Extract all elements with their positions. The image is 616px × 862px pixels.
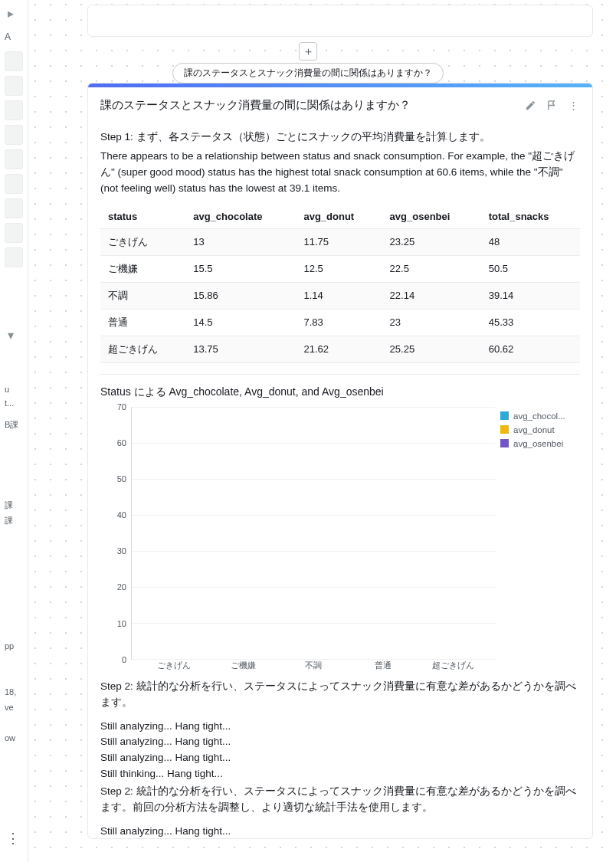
table-cell: 21.62 [296,336,382,362]
panel-item[interactable] [5,125,23,145]
panel-item[interactable] [5,149,23,169]
table-cell: 1.14 [296,282,382,309]
x-tick-label: ご機嫌 [219,660,268,671]
panel-fragment: 課 [0,513,35,528]
chart-container: Status による Avg_chocolate, Avg_donut, and… [100,374,580,671]
table-header: status [100,205,185,229]
table-cell: 15.86 [185,282,296,309]
flag-icon[interactable] [545,99,559,113]
table-row: ご機嫌15.512.522.550.5 [100,255,580,282]
panel-fragment: pp [0,640,35,652]
table-cell: 不調 [100,282,185,309]
chart-legend: avg_chocol...avg_donutavg_osenbei [500,411,580,453]
legend-item: avg_osenbei [500,439,580,448]
panel-item[interactable] [5,223,23,243]
progress-line: Still analyzing... Hang tight... [100,719,580,735]
table-cell: 7.83 [296,309,382,336]
x-tick-label: 普通 [359,660,408,671]
progress-line: Still thinking... Hang tight... [100,766,580,782]
collapse-right-icon[interactable]: ▸ [0,0,28,27]
kebab-menu-icon[interactable]: ⋮ [566,99,580,113]
table-cell: ごきげん [100,228,185,255]
table-cell: 39.14 [481,282,580,309]
panel-fragment: ow [0,732,35,744]
legend-item: avg_donut [500,425,580,434]
panel-fragment: u [0,383,35,395]
table-cell: 23.25 [382,228,481,255]
table-cell: 22.14 [382,282,481,309]
analysis-card: 課のステータスとスナック消費量の間に関係はありますか？ ⋮ Step 1: まず… [87,83,593,839]
table-cell: 22.5 [382,255,481,282]
more-menu-icon[interactable]: ⋮ [0,830,28,847]
table-cell: 15.5 [185,255,296,282]
x-tick-label: ごきげん [149,660,198,671]
previous-card-outline [87,5,593,37]
panel-item[interactable] [5,76,23,96]
table-cell: 48 [481,228,580,255]
table-cell: 13.75 [185,336,296,362]
x-tick-label: 不調 [289,660,338,671]
table-cell: 50.5 [481,255,580,282]
panel-item[interactable] [5,51,23,71]
left-side-panel: ▸ A ▾ u t... B課 課 課 pp 18, ve ow ⋮ [0,0,28,862]
step1-explanation: There appears to be a relationship betwe… [100,149,580,197]
summary-table: statusavg_chocolateavg_donutavg_osenbeit… [100,205,580,363]
table-cell: 13 [185,228,296,255]
panel-fragment: ve [0,701,35,713]
panel-fragment: 課 [0,498,35,513]
progress-line: Still analyzing... Hang tight... [100,750,580,766]
collapse-down-icon[interactable]: ▾ [0,322,21,349]
table-cell: ご機嫌 [100,255,185,282]
chart-y-axis: 010203040506070 [100,407,131,660]
panel-item[interactable] [5,174,23,194]
panel-fragment: t... [0,397,35,409]
table-header: avg_osenbei [382,205,481,229]
edit-icon[interactable] [523,99,537,113]
table-cell: 11.75 [296,228,382,255]
step2-text: Step 2: 統計的な分析を行い、ステータスによってスナック消費量に有意な差が… [100,679,580,711]
table-cell: 14.5 [185,309,296,336]
panel-item[interactable] [5,198,23,218]
progress-lines: Still analyzing... Hang tight...Still an… [100,719,580,783]
table-cell: 60.62 [481,336,580,362]
step1-heading: Step 1: まず、各ステータス（状態）ごとにスナックの平均消費量を計算します… [100,129,580,146]
table-row: 普通14.57.832345.33 [100,309,580,336]
legend-item: avg_chocol... [500,411,580,421]
panel-fragment: 18, [0,686,35,698]
table-cell: 12.5 [296,255,382,282]
progress-line: Still analyzing... Hang tight... [100,824,580,838]
panel-fragment: B課 [0,418,35,432]
chart-x-axis: ごきげんご機嫌不調普通超ごきげん [131,660,496,671]
table-row: 超ごきげん13.7521.6225.2560.62 [100,336,580,362]
table-header: avg_donut [296,205,382,229]
table-cell: 25.25 [382,336,481,362]
chart-plot-area [131,407,496,660]
table-cell: 45.33 [481,309,580,336]
progress-line: Still analyzing... Hang tight... [100,734,580,750]
table-header: avg_chocolate [185,205,296,229]
panel-label-a: A [0,27,28,47]
table-cell: 23 [382,309,481,336]
panel-item[interactable] [5,100,23,120]
table-cell: 普通 [100,309,185,336]
panel-item[interactable] [5,247,23,267]
query-pill[interactable]: 課のステータスとスナック消費量の間に関係はありますか？ [172,63,444,84]
x-tick-label: 超ごきげん [428,660,477,671]
step2b-text: Step 2: 統計的な分析を行い、ステータスによってスナック消費量に有意な差が… [100,784,580,816]
table-row: ごきげん1311.7523.2548 [100,228,580,255]
chart-title: Status による Avg_chocolate, Avg_donut, and… [100,385,580,399]
card-title: 課のステータスとスナック消費量の間に関係はありますか？ [100,98,516,113]
table-cell: 超ごきげん [100,336,185,362]
table-header: total_snacks [481,205,580,229]
table-row: 不調15.861.1422.1439.14 [100,282,580,309]
add-block-button[interactable]: ＋ [299,42,317,61]
